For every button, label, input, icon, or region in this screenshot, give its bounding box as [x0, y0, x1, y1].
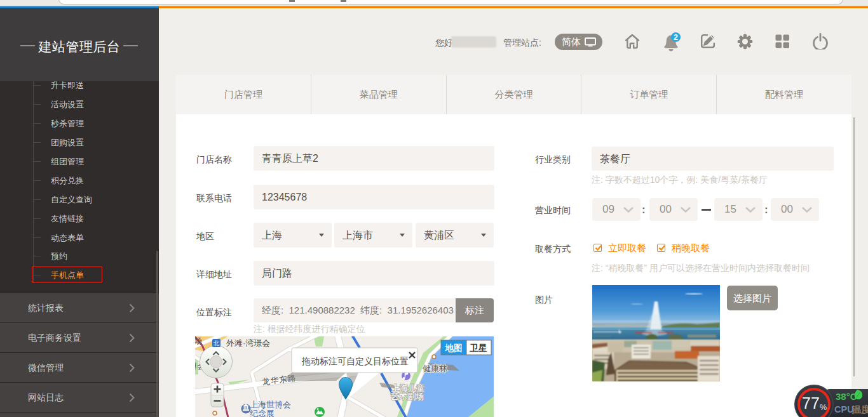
- svg-text:CPU: CPU: [834, 404, 854, 414]
- svg-text:2: 2: [674, 33, 678, 42]
- svg-text:外滩·湾璟会: 外滩·湾璟会: [226, 338, 270, 348]
- svg-text:%: %: [820, 403, 827, 412]
- svg-text:77: 77: [802, 394, 820, 412]
- svg-text:场: 场: [195, 336, 202, 345]
- svg-text:北: 北: [214, 340, 220, 347]
- svg-text:纪念展: 纪念展: [250, 409, 275, 417]
- svg-text:卫星: 卫星: [470, 343, 488, 353]
- svg-text:上海世博会: 上海世博会: [250, 400, 291, 409]
- svg-text:38°C: 38°C: [836, 391, 857, 402]
- svg-text:健康林: 健康林: [423, 364, 447, 373]
- svg-text:温度: 温度: [851, 404, 868, 414]
- svg-text:地图: 地图: [445, 343, 463, 353]
- svg-text:艺术剧场: 艺术剧场: [391, 392, 424, 401]
- svg-text:拖动标注可自定义目标位置: 拖动标注可自定义目标位置: [301, 356, 409, 366]
